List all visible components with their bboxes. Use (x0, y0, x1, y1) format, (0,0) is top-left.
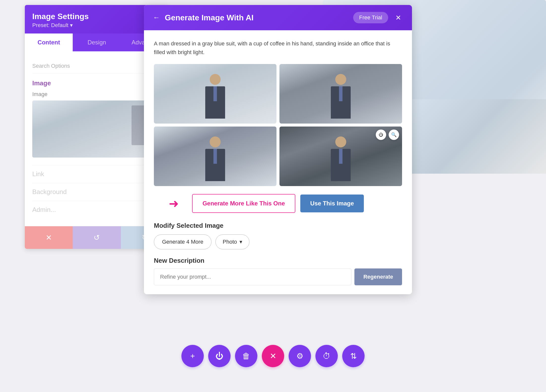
modal-back-icon[interactable]: ← (153, 14, 160, 22)
suit-body-1 (205, 86, 225, 119)
suit-figure-3 (203, 136, 228, 186)
panel-header-info: Image Settings Preset: Default ▾ (32, 12, 89, 29)
suit-head-2 (335, 74, 346, 85)
grid-image-1[interactable] (154, 64, 276, 124)
suit-body-4 (331, 149, 351, 181)
free-trial-badge[interactable]: Free Trial (353, 12, 388, 23)
modify-section-title: Modify Selected Image (154, 222, 402, 229)
modal-close-button[interactable]: ✕ (393, 13, 403, 23)
panel-title: Image Settings (32, 12, 89, 21)
suit-head-4 (335, 136, 346, 147)
image-grid: ⏻ 🔍 (154, 64, 402, 186)
tab-design[interactable]: Design (73, 33, 121, 51)
suit-head-3 (210, 136, 221, 147)
generate-modal: ← Generate Image With AI Free Trial ✕ A … (144, 5, 412, 294)
link-title: Link (32, 170, 161, 178)
image-label: Image (32, 91, 161, 98)
toolbar-power-button[interactable]: ⏻ (208, 345, 231, 367)
background-title: Background (32, 188, 161, 196)
toolbar-close-button[interactable]: ✕ (262, 345, 284, 367)
reset-button[interactable]: ↺ (73, 226, 121, 249)
suit-body-2 (331, 86, 351, 119)
admin-section: Admin... (32, 201, 161, 219)
modal-header: ← Generate Image With AI Free Trial ✕ (144, 5, 412, 30)
background-section: Background (32, 183, 161, 201)
style-select-label: Photo (223, 239, 237, 245)
generate-4-more-button[interactable]: Generate 4 More (154, 234, 211, 249)
image-overlay-icons: ⏻ 🔍 (376, 130, 399, 140)
modal-title: Generate Image With AI (165, 13, 254, 22)
action-row: ➜ Generate More Like This One Use This I… (154, 194, 402, 213)
grid-image-3[interactable] (154, 127, 276, 186)
admin-title: Admin... (32, 206, 161, 214)
toolbar-sort-button[interactable]: ⇅ (342, 345, 365, 367)
modify-section: Modify Selected Image Generate 4 More Ph… (154, 222, 402, 249)
suit-body-3 (205, 149, 225, 181)
modal-header-right: Free Trial ✕ (353, 12, 403, 23)
image-preview[interactable] (32, 100, 161, 158)
search-options-placeholder[interactable]: Search Options (32, 59, 161, 73)
suit-figure-2 (328, 74, 353, 124)
regenerate-button[interactable]: Regenerate (354, 268, 402, 285)
toolbar-settings-button[interactable]: ⚙ (289, 345, 311, 367)
refine-row: Regenerate (154, 268, 402, 285)
link-section: Link (32, 165, 161, 183)
new-description-title: New Description (154, 257, 402, 264)
toolbar-delete-button[interactable]: 🗑 (235, 345, 257, 367)
suit-head-1 (210, 74, 221, 85)
toolbar-add-button[interactable]: + (181, 345, 204, 367)
style-select[interactable]: Photo ▾ (215, 234, 249, 249)
toolbar-timer-button[interactable]: ⏱ (315, 345, 338, 367)
image-section-title: Image (32, 79, 161, 87)
refine-input[interactable] (154, 268, 351, 285)
modal-header-left: ← Generate Image With AI (153, 13, 254, 22)
search-overlay-icon[interactable]: 🔍 (389, 130, 399, 140)
style-select-chevron: ▾ (239, 239, 242, 245)
grid-image-2[interactable] (279, 64, 402, 124)
suit-figure-1 (203, 74, 228, 124)
generate-more-button[interactable]: Generate More Like This One (192, 194, 295, 213)
new-description-section: New Description Regenerate (154, 257, 402, 285)
suit-figure-4 (328, 136, 353, 186)
modal-body: A man dressed in a gray blue suit, with … (144, 30, 412, 294)
bottom-toolbar: + ⏻ 🗑 ✕ ⚙ ⏱ ⇅ (181, 345, 365, 367)
tab-content[interactable]: Content (25, 33, 73, 51)
arrow-indicator: ➜ (169, 196, 179, 210)
prompt-text: A man dressed in a gray blue suit, with … (154, 39, 402, 57)
modify-controls: Generate 4 More Photo ▾ (154, 234, 402, 249)
panel-preset[interactable]: Preset: Default ▾ (32, 22, 89, 29)
cancel-button[interactable]: ✕ (25, 226, 73, 249)
grid-image-4-selected[interactable]: ⏻ 🔍 (279, 127, 402, 186)
use-image-button[interactable]: Use This Image (300, 195, 364, 212)
power-overlay-icon[interactable]: ⏻ (376, 130, 386, 140)
